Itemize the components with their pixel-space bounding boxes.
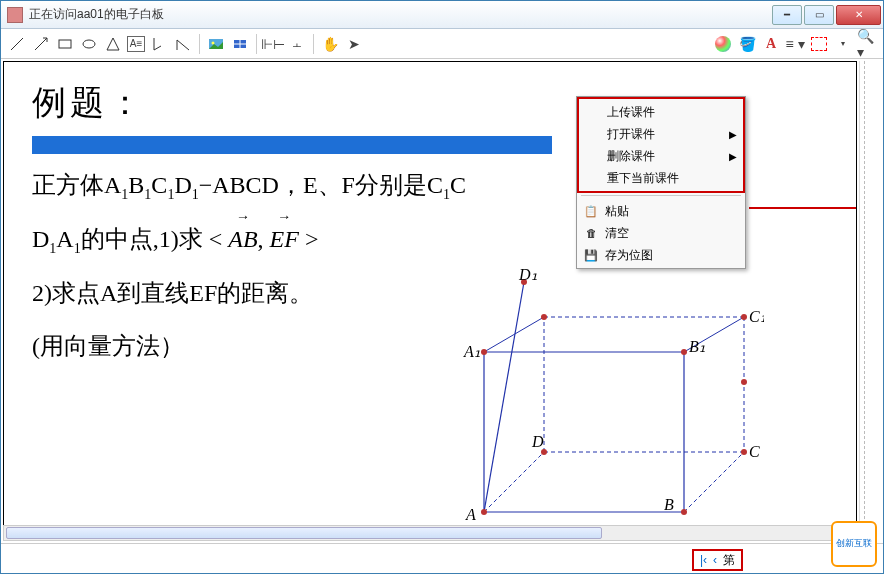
maximize-button[interactable]: ▭: [804, 5, 834, 25]
image-tool-icon[interactable]: [206, 34, 226, 54]
svg-point-3: [83, 40, 95, 48]
label-C: C: [749, 443, 760, 460]
fill-tool-icon[interactable]: 🪣: [737, 34, 757, 54]
watermark-logo: 创新互联: [831, 521, 877, 567]
svg-marker-4: [107, 38, 119, 50]
svg-point-34: [741, 379, 747, 385]
line-tool-icon[interactable]: [7, 34, 27, 54]
svg-point-32: [741, 449, 747, 455]
svg-point-27: [481, 509, 487, 515]
svg-point-25: [481, 349, 487, 355]
triangle-tool-icon[interactable]: [103, 34, 123, 54]
color-picker-icon[interactable]: [713, 34, 733, 54]
statusbar: |‹ ‹ 第 创新互联: [1, 543, 883, 573]
line-style-icon[interactable]: ≡ ▾: [785, 34, 805, 54]
svg-point-28: [681, 509, 687, 515]
ctx-paste[interactable]: 📋粘贴: [577, 200, 745, 222]
label-B: B: [664, 496, 674, 513]
label-C1: C₁: [749, 308, 764, 325]
titlebar: 正在访问aa01的电子白板 ━ ▭ ✕: [1, 1, 883, 29]
scrollbar-horizontal[interactable]: ▶: [3, 525, 857, 541]
minimize-button[interactable]: ━: [772, 5, 802, 25]
ctx-delete[interactable]: 删除课件▶: [579, 145, 743, 167]
page-first-button[interactable]: |‹: [700, 553, 707, 567]
svg-line-0: [11, 38, 23, 50]
align-h-icon[interactable]: ⊩⊢: [263, 34, 283, 54]
svg-line-20: [484, 317, 544, 352]
svg-point-29: [541, 314, 547, 320]
zoom-tool-icon[interactable]: 🔍 ▾: [857, 34, 877, 54]
svg-point-26: [681, 349, 687, 355]
clear-icon: 🗑: [583, 225, 599, 241]
rect-tool-icon[interactable]: [55, 34, 75, 54]
hand-tool-icon[interactable]: ✋: [320, 34, 340, 54]
context-menu: 上传课件 打开课件▶ 删除课件▶ 重下当前课件 📋粘贴 🗑清空 💾存为位图: [576, 96, 746, 269]
close-button[interactable]: ✕: [836, 5, 881, 25]
object-tool-icon[interactable]: [230, 34, 250, 54]
toolbar: A≡ ⊩⊢ ⫠ ✋ ➤ 🪣 A ≡ ▾ ▾ 🔍 ▾: [1, 29, 883, 59]
svg-line-24: [484, 282, 524, 512]
paste-icon: 📋: [583, 203, 599, 219]
dropdown-icon[interactable]: ▾: [833, 34, 853, 54]
arrow-tool-icon[interactable]: [31, 34, 51, 54]
svg-rect-2: [59, 40, 71, 48]
text-tool-icon[interactable]: A≡: [127, 36, 145, 52]
selection-style-icon[interactable]: [809, 34, 829, 54]
measure-tool-icon[interactable]: [149, 34, 169, 54]
app-icon: [7, 7, 23, 23]
svg-line-22: [684, 452, 744, 512]
page-prev-button[interactable]: ‹: [713, 553, 717, 567]
ctx-saveimg[interactable]: 💾存为位图: [577, 244, 745, 266]
context-menu-courseware-section: 上传课件 打开课件▶ 删除课件▶ 重下当前课件: [577, 97, 745, 193]
svg-point-30: [741, 314, 747, 320]
scrollbar-thumb[interactable]: [6, 527, 602, 539]
app-window: 正在访问aa01的电子白板 ━ ▭ ✕ A≡ ⊩⊢ ⫠ ✋ ➤ 🪣 A ≡ ▾ …: [0, 0, 884, 574]
red-marker-line: [749, 207, 857, 209]
align-v-icon[interactable]: ⫠: [287, 34, 307, 54]
save-icon: 💾: [583, 247, 599, 263]
page-label: 第: [723, 552, 735, 569]
ctx-redownload[interactable]: 重下当前课件: [579, 167, 743, 189]
angle-tool-icon[interactable]: [173, 34, 193, 54]
svg-line-6: [154, 46, 161, 50]
ruler-right: [859, 61, 881, 539]
ctx-open[interactable]: 打开课件▶: [579, 123, 743, 145]
window-buttons: ━ ▭ ✕: [772, 5, 883, 25]
ellipse-tool-icon[interactable]: [79, 34, 99, 54]
window-title: 正在访问aa01的电子白板: [29, 6, 772, 23]
ctx-clear[interactable]: 🗑清空: [577, 222, 745, 244]
label-D: D: [531, 433, 544, 450]
context-menu-edit-section: 📋粘贴 🗑清空 💾存为位图: [577, 198, 745, 268]
ctx-upload[interactable]: 上传课件: [579, 101, 743, 123]
label-B1: B₁: [689, 338, 705, 355]
svg-line-1: [35, 38, 47, 50]
label-A: A: [465, 506, 476, 522]
pagination-box: |‹ ‹ 第: [692, 549, 743, 571]
blue-bar: [32, 136, 552, 154]
label-A1: A₁: [463, 343, 480, 360]
font-tool-icon[interactable]: A: [761, 34, 781, 54]
pointer-tool-icon[interactable]: ➤: [344, 34, 364, 54]
label-D1: D₁: [518, 266, 537, 283]
